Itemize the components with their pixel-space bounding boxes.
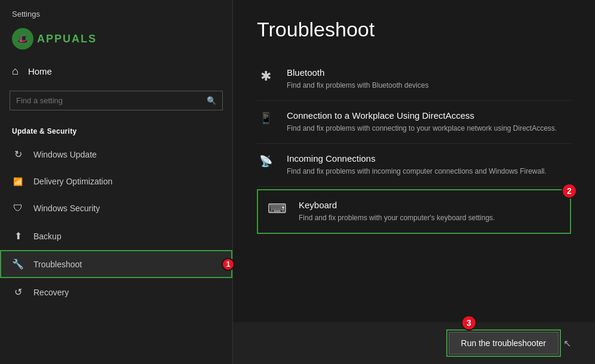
keyboard-icon: ⌨ xyxy=(268,200,287,217)
keyboard-title: Keyboard xyxy=(299,200,495,210)
list-item: 📱 Connection to a Workplace Using Direct… xyxy=(257,101,571,144)
sidebar-item-recovery[interactable]: ↺ Recovery xyxy=(0,278,232,306)
badge-2: 2 xyxy=(562,183,577,199)
sidebar-item-windows-update[interactable]: ↻ Windows Update xyxy=(0,140,232,168)
windows-update-label: Windows Update xyxy=(33,150,97,159)
section-label: Update & Security xyxy=(0,120,232,140)
backup-label: Backup xyxy=(33,232,62,241)
search-icon: 🔍 xyxy=(201,92,222,109)
search-input[interactable] xyxy=(10,91,201,110)
bottom-bar: 3 Run the troubleshooter ↖ xyxy=(233,322,595,364)
list-item: ✱ Bluetooth Find and fix problems with B… xyxy=(257,58,571,101)
logo-area: 🎩 APPUALS xyxy=(0,23,232,57)
recovery-label: Recovery xyxy=(33,288,69,297)
badge-1: 1 xyxy=(222,258,235,271)
keyboard-desc: Find and fix problems with your computer… xyxy=(299,212,495,223)
main-content: Troubleshoot ✱ Bluetooth Find and fix pr… xyxy=(233,0,595,364)
windows-security-icon: 🛡 xyxy=(12,203,24,214)
incoming-title: Incoming Connections xyxy=(287,153,547,164)
backup-icon: ⬆ xyxy=(12,230,24,242)
bluetooth-title: Bluetooth xyxy=(287,67,428,78)
delivery-optimization-icon: 📶 xyxy=(12,177,24,186)
home-nav-item[interactable]: ⌂ Home xyxy=(0,57,232,86)
sidebar-item-windows-security[interactable]: 🛡 Windows Security xyxy=(0,195,232,222)
keyboard-item[interactable]: ⌨ Keyboard Find and fix problems with yo… xyxy=(257,189,571,234)
directaccess-icon: 📱 xyxy=(257,110,275,125)
search-box: 🔍 xyxy=(10,91,223,110)
troubleshoot-label: Troubleshoot xyxy=(33,260,82,269)
directaccess-desc: Find and fix problems with connecting to… xyxy=(287,123,557,134)
sidebar-item-delivery-optimization[interactable]: 📶 Delivery Optimization xyxy=(0,168,232,195)
recovery-icon: ↺ xyxy=(12,286,24,298)
list-item: 📡 Incoming Connections Find and fix prob… xyxy=(257,144,571,187)
bluetooth-icon: ✱ xyxy=(257,67,275,84)
windows-update-icon: ↻ xyxy=(12,149,24,160)
run-troubleshooter-button[interactable]: Run the troubleshooter xyxy=(449,332,559,354)
sidebar: Settings 🎩 APPUALS ⌂ Home 🔍 Update & Sec… xyxy=(0,0,233,364)
home-label: Home xyxy=(28,66,52,76)
bluetooth-desc: Find and fix problems with Bluetooth dev… xyxy=(287,80,428,91)
app-title: Settings xyxy=(0,0,232,23)
troubleshoot-icon: 🔧 xyxy=(12,258,24,270)
home-icon: ⌂ xyxy=(12,65,19,78)
page-title: Troubleshoot xyxy=(257,18,571,41)
incoming-desc: Find and fix problems with incoming comp… xyxy=(287,166,547,177)
incoming-icon: 📡 xyxy=(257,153,275,168)
badge-3: 3 xyxy=(461,315,477,331)
windows-security-label: Windows Security xyxy=(33,203,100,213)
cursor-indicator: ↖ xyxy=(563,338,571,349)
directaccess-title: Connection to a Workplace Using DirectAc… xyxy=(287,110,557,121)
sidebar-item-troubleshoot[interactable]: 🔧 Troubleshoot 1 xyxy=(0,250,232,278)
sidebar-item-backup[interactable]: ⬆ Backup xyxy=(0,222,232,250)
delivery-optimization-label: Delivery Optimization xyxy=(33,177,112,186)
